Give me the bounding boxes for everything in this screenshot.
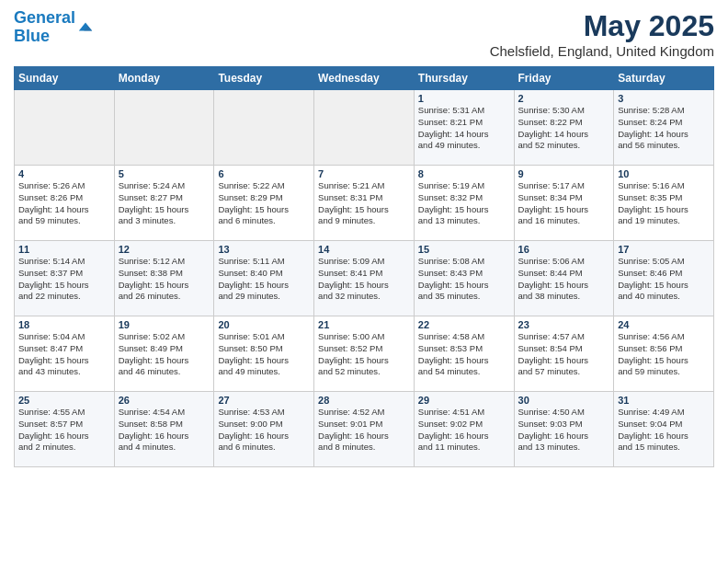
calendar-cell: 2Sunrise: 5:30 AM Sunset: 8:22 PM Daylig… (514, 90, 614, 166)
calendar-cell: 18Sunrise: 5:04 AM Sunset: 8:47 PM Dayli… (15, 316, 115, 392)
day-number: 18 (18, 319, 110, 330)
main-title: May 2025 (490, 9, 714, 43)
calendar-page: General Blue May 2025 Chelsfield, Englan… (0, 0, 728, 563)
calendar-cell: 25Sunrise: 4:55 AM Sunset: 8:57 PM Dayli… (15, 392, 115, 467)
day-number: 4 (18, 168, 110, 179)
day-info: Sunrise: 5:00 AM Sunset: 8:52 PM Dayligh… (318, 331, 410, 378)
weekday-header: Sunday (15, 67, 115, 90)
calendar-cell: 12Sunrise: 5:12 AM Sunset: 8:38 PM Dayli… (114, 241, 214, 316)
day-number: 9 (518, 168, 610, 179)
calendar-cell: 17Sunrise: 5:05 AM Sunset: 8:46 PM Dayli… (614, 241, 714, 316)
calendar-cell: 28Sunrise: 4:52 AM Sunset: 9:01 PM Dayli… (314, 392, 415, 467)
day-number: 15 (418, 244, 510, 255)
day-info: Sunrise: 4:49 AM Sunset: 9:04 PM Dayligh… (618, 407, 710, 454)
day-info: Sunrise: 4:50 AM Sunset: 9:03 PM Dayligh… (518, 407, 610, 454)
calendar-cell: 4Sunrise: 5:26 AM Sunset: 8:26 PM Daylig… (15, 166, 115, 241)
calendar-cell: 23Sunrise: 4:57 AM Sunset: 8:54 PM Dayli… (514, 316, 614, 392)
calendar-cell: 13Sunrise: 5:11 AM Sunset: 8:40 PM Dayli… (214, 241, 314, 316)
subtitle: Chelsfield, England, United Kingdom (490, 43, 714, 59)
calendar-cell: 6Sunrise: 5:22 AM Sunset: 8:29 PM Daylig… (214, 166, 314, 241)
day-number: 17 (618, 244, 710, 255)
day-info: Sunrise: 5:08 AM Sunset: 8:43 PM Dayligh… (418, 256, 510, 303)
day-info: Sunrise: 5:17 AM Sunset: 8:34 PM Dayligh… (518, 180, 610, 227)
day-number: 25 (18, 395, 110, 406)
calendar-cell: 20Sunrise: 5:01 AM Sunset: 8:50 PM Dayli… (214, 316, 314, 392)
calendar-cell: 1Sunrise: 5:31 AM Sunset: 8:21 PM Daylig… (414, 90, 514, 166)
calendar-row: 25Sunrise: 4:55 AM Sunset: 8:57 PM Dayli… (15, 392, 714, 467)
day-info: Sunrise: 5:12 AM Sunset: 8:38 PM Dayligh… (119, 256, 210, 303)
day-info: Sunrise: 4:53 AM Sunset: 9:00 PM Dayligh… (218, 407, 310, 454)
day-number: 22 (418, 319, 510, 330)
day-info: Sunrise: 4:57 AM Sunset: 8:54 PM Dayligh… (518, 331, 610, 378)
day-info: Sunrise: 4:54 AM Sunset: 8:58 PM Dayligh… (119, 407, 210, 454)
calendar-cell: 27Sunrise: 4:53 AM Sunset: 9:00 PM Dayli… (214, 392, 314, 467)
day-number: 28 (318, 395, 410, 406)
day-info: Sunrise: 5:14 AM Sunset: 8:37 PM Dayligh… (18, 256, 110, 303)
day-number: 30 (518, 395, 610, 406)
calendar-cell (214, 90, 314, 166)
day-info: Sunrise: 5:26 AM Sunset: 8:26 PM Dayligh… (18, 180, 110, 227)
day-info: Sunrise: 5:31 AM Sunset: 8:21 PM Dayligh… (418, 105, 510, 152)
day-number: 1 (418, 93, 510, 104)
calendar-cell: 21Sunrise: 5:00 AM Sunset: 8:52 PM Dayli… (314, 316, 415, 392)
calendar-cell (114, 90, 214, 166)
logo-icon (77, 19, 94, 36)
day-number: 31 (618, 395, 710, 406)
day-number: 26 (119, 395, 210, 406)
day-info: Sunrise: 4:52 AM Sunset: 9:01 PM Dayligh… (318, 407, 410, 454)
calendar-table: SundayMondayTuesdayWednesdayThursdayFrid… (14, 66, 714, 467)
weekday-header: Wednesday (314, 67, 415, 90)
header: General Blue May 2025 Chelsfield, Englan… (14, 9, 714, 59)
day-number: 21 (318, 319, 410, 330)
day-number: 13 (218, 244, 310, 255)
calendar-cell: 22Sunrise: 4:58 AM Sunset: 8:53 PM Dayli… (414, 316, 514, 392)
calendar-cell (314, 90, 415, 166)
logo-text: General Blue (14, 9, 75, 46)
day-number: 3 (618, 93, 710, 104)
day-info: Sunrise: 5:09 AM Sunset: 8:41 PM Dayligh… (318, 256, 410, 303)
calendar-cell: 14Sunrise: 5:09 AM Sunset: 8:41 PM Dayli… (314, 241, 415, 316)
day-info: Sunrise: 4:56 AM Sunset: 8:56 PM Dayligh… (618, 331, 710, 378)
weekday-header: Saturday (614, 67, 714, 90)
day-number: 16 (518, 244, 610, 255)
day-info: Sunrise: 4:58 AM Sunset: 8:53 PM Dayligh… (418, 331, 510, 378)
day-info: Sunrise: 5:06 AM Sunset: 8:44 PM Dayligh… (518, 256, 610, 303)
calendar-cell: 19Sunrise: 5:02 AM Sunset: 8:49 PM Dayli… (114, 316, 214, 392)
weekday-header: Tuesday (214, 67, 314, 90)
day-number: 19 (119, 319, 210, 330)
day-number: 6 (218, 168, 310, 179)
day-info: Sunrise: 5:24 AM Sunset: 8:27 PM Dayligh… (119, 180, 210, 227)
weekday-header: Monday (114, 67, 214, 90)
calendar-cell: 8Sunrise: 5:19 AM Sunset: 8:32 PM Daylig… (414, 166, 514, 241)
day-number: 20 (218, 319, 310, 330)
day-number: 11 (18, 244, 110, 255)
logo-line2: Blue (14, 27, 50, 45)
day-info: Sunrise: 5:05 AM Sunset: 8:46 PM Dayligh… (618, 256, 710, 303)
day-number: 8 (418, 168, 510, 179)
calendar-cell: 30Sunrise: 4:50 AM Sunset: 9:03 PM Dayli… (514, 392, 614, 467)
title-area: May 2025 Chelsfield, England, United Kin… (490, 9, 714, 59)
calendar-row: 1Sunrise: 5:31 AM Sunset: 8:21 PM Daylig… (15, 90, 714, 166)
calendar-cell: 24Sunrise: 4:56 AM Sunset: 8:56 PM Dayli… (614, 316, 714, 392)
calendar-cell: 9Sunrise: 5:17 AM Sunset: 8:34 PM Daylig… (514, 166, 614, 241)
calendar-cell: 31Sunrise: 4:49 AM Sunset: 9:04 PM Dayli… (614, 392, 714, 467)
logo: General Blue (14, 9, 94, 46)
day-number: 14 (318, 244, 410, 255)
day-number: 27 (218, 395, 310, 406)
calendar-row: 11Sunrise: 5:14 AM Sunset: 8:37 PM Dayli… (15, 241, 714, 316)
day-number: 29 (418, 395, 510, 406)
calendar-cell: 3Sunrise: 5:28 AM Sunset: 8:24 PM Daylig… (614, 90, 714, 166)
day-info: Sunrise: 5:30 AM Sunset: 8:22 PM Dayligh… (518, 105, 610, 152)
day-info: Sunrise: 5:04 AM Sunset: 8:47 PM Dayligh… (18, 331, 110, 378)
day-info: Sunrise: 5:22 AM Sunset: 8:29 PM Dayligh… (218, 180, 310, 227)
calendar-row: 4Sunrise: 5:26 AM Sunset: 8:26 PM Daylig… (15, 166, 714, 241)
day-info: Sunrise: 5:02 AM Sunset: 8:49 PM Dayligh… (119, 331, 210, 378)
day-info: Sunrise: 5:19 AM Sunset: 8:32 PM Dayligh… (418, 180, 510, 227)
day-number: 24 (618, 319, 710, 330)
logo-line1: General (14, 8, 75, 27)
weekday-header: Friday (514, 67, 614, 90)
day-number: 5 (119, 168, 210, 179)
day-number: 7 (318, 168, 410, 179)
day-number: 23 (518, 319, 610, 330)
calendar-row: 18Sunrise: 5:04 AM Sunset: 8:47 PM Dayli… (15, 316, 714, 392)
